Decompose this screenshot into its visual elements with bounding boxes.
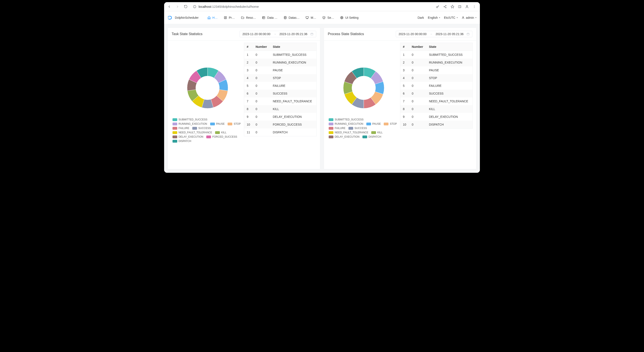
cell-state: NEED_FAULT_TOLERANCE — [270, 97, 316, 105]
legend-item[interactable]: FAILURE — [172, 127, 189, 130]
calendar-icon — [466, 33, 470, 36]
nav-item-monitor[interactable]: M… — [303, 15, 319, 21]
legend-item[interactable]: DELAY_EXECUTION — [329, 135, 360, 138]
device-frame: localhost:12345/dolphinscheduler/ui/home… — [162, 0, 482, 175]
table-row[interactable]: 70NEED_FAULT_TOLERANCE — [400, 97, 473, 105]
table-row[interactable]: 70NEED_FAULT_TOLERANCE — [244, 97, 316, 105]
legend-item[interactable]: NEED_FAULT_TOLERANCE — [329, 131, 368, 134]
table-row[interactable]: 90DELAY_EXECUTION — [244, 113, 316, 121]
legend-swatch — [228, 123, 232, 125]
share-icon[interactable] — [443, 5, 447, 9]
nav-item-folder[interactable]: Reso… — [238, 15, 259, 21]
legend-item[interactable]: SUBMITTED_SUCCESS — [329, 118, 364, 121]
legend-item[interactable]: RUNNING_EXECUTION — [329, 122, 363, 125]
table-row[interactable]: 40STOP — [400, 74, 473, 82]
table-row[interactable]: 80KILL — [400, 105, 473, 113]
logo[interactable]: DolphinScheduler — [168, 15, 199, 21]
legend-item[interactable]: DISPATCH — [172, 140, 191, 143]
svg-rect-32 — [311, 33, 313, 35]
svg-rect-36 — [467, 33, 469, 35]
nav-item-security[interactable]: Se… — [320, 15, 337, 21]
timezone-select[interactable]: Etc/UTC▾ — [444, 16, 458, 19]
legend-item[interactable]: SUCCESS — [348, 127, 367, 130]
table-row[interactable]: 30PAUSE — [244, 66, 316, 74]
table-row[interactable]: 30PAUSE — [400, 66, 473, 74]
site-info-icon[interactable] — [192, 5, 197, 9]
date-range-picker[interactable]: 2023-11-20 00:00:00 → 2023-11-20 05:21:3… — [240, 31, 316, 37]
table-row[interactable]: 100DISPATCH — [400, 121, 473, 129]
legend-label: PAUSE — [216, 122, 225, 125]
range-from: 2023-11-20 00:00:00 — [398, 32, 426, 36]
table-column: #NumberState 10SUBMITTED_SUCCESS20RUNNIN… — [244, 43, 316, 166]
legend-swatch — [206, 135, 211, 138]
chevron-down-icon: ▾ — [457, 16, 458, 19]
cell-state: SUBMITTED_SUCCESS — [270, 51, 316, 59]
legend-item[interactable]: RUNNING_EXECUTION — [172, 122, 207, 125]
cell-idx: 5 — [400, 82, 409, 90]
cell-idx: 10 — [244, 121, 253, 128]
language-select[interactable]: English▾ — [428, 16, 440, 19]
nav-item-home[interactable]: H… — [205, 15, 220, 21]
key-icon[interactable] — [436, 5, 440, 9]
table-row[interactable]: 50FAILURE — [400, 82, 473, 90]
table-row[interactable]: 20RUNNING_EXECUTION — [244, 59, 316, 66]
legend-item[interactable]: DISPATCH — [362, 135, 381, 138]
browser-reload-button[interactable] — [182, 4, 189, 10]
address-bar[interactable]: localhost:12345/dolphinscheduler/ui/home — [191, 5, 434, 9]
legend-item[interactable]: FAILURE — [329, 127, 346, 130]
user-icon — [462, 16, 464, 19]
cell-idx: 3 — [400, 66, 409, 74]
nav-item-project[interactable]: Pr… — [221, 15, 238, 21]
kebab-menu-icon[interactable] — [472, 5, 476, 9]
panel-icon[interactable] — [458, 5, 462, 9]
date-range-picker[interactable]: 2023-11-20 00:00:00 → 2023-11-20 05:21:3… — [396, 31, 472, 37]
nav-item-gear[interactable]: UI Setting — [338, 15, 361, 21]
legend-item[interactable]: KILL — [371, 131, 383, 134]
legend-item[interactable]: NEED_FAULT_TOLERANCE — [172, 131, 212, 134]
legend-item[interactable]: STOP — [384, 122, 397, 125]
svg-point-26 — [284, 16, 286, 17]
cell-state: PAUSE — [426, 66, 472, 74]
process-state-card: Process State Statistics 2023-11-20 00:0… — [324, 28, 476, 169]
legend-item[interactable]: FORCED_SUCCESS — [206, 135, 237, 138]
table-row[interactable]: 10SUBMITTED_SUCCESS — [244, 51, 316, 59]
browser-back-button[interactable] — [166, 4, 172, 10]
donut-chart — [186, 66, 229, 109]
legend-item[interactable]: KILL — [215, 131, 226, 134]
table-row[interactable]: 40STOP — [244, 74, 316, 82]
chart-legend: SUBMITTED_SUCCESSRUNNING_EXECUTIONPAUSES… — [171, 118, 244, 143]
table-row[interactable]: 110DISPATCH — [244, 128, 316, 136]
legend-item[interactable]: PAUSE — [366, 122, 381, 125]
theme-label: Dark — [418, 16, 424, 19]
cell-state: PAUSE — [270, 66, 316, 74]
svg-point-12 — [466, 6, 468, 7]
cell-state: STOP — [270, 74, 316, 82]
legend-item[interactable]: DELAY_EXECUTION — [172, 135, 203, 138]
cell-state: FAILURE — [270, 82, 316, 90]
profile-avatar-icon[interactable] — [465, 5, 469, 9]
user-menu[interactable]: admin▾ — [462, 16, 476, 19]
bookmark-star-icon[interactable] — [450, 5, 454, 9]
table-row[interactable]: 80KILL — [244, 105, 316, 113]
table-row[interactable]: 100FORCED_SUCCESS — [244, 121, 316, 128]
cell-number: 0 — [409, 82, 426, 90]
nav-item-datasource[interactable]: Datas… — [281, 15, 302, 21]
legend-item[interactable]: SUCCESS — [192, 127, 211, 130]
table-row[interactable]: 60SUCCESS — [400, 90, 473, 97]
datacenter-icon — [262, 16, 266, 19]
legend-item[interactable]: SUBMITTED_SUCCESS — [172, 118, 207, 121]
table-row[interactable]: 50FAILURE — [244, 82, 316, 90]
table-row[interactable]: 90DELAY_EXECUTION — [400, 113, 473, 121]
table-row[interactable]: 20RUNNING_EXECUTION — [400, 59, 473, 66]
cell-state: RUNNING_EXECUTION — [270, 59, 316, 66]
browser-forward-button[interactable] — [174, 4, 180, 10]
legend-item[interactable]: STOP — [228, 122, 240, 125]
theme-toggle[interactable]: Dark — [418, 16, 424, 19]
legend-swatch — [172, 123, 177, 125]
legend-item[interactable]: PAUSE — [210, 122, 225, 125]
product-name: DolphinScheduler — [175, 16, 199, 19]
table-row[interactable]: 60SUCCESS — [244, 90, 316, 97]
table-row[interactable]: 10SUBMITTED_SUCCESS — [400, 51, 473, 59]
nav-item-datacenter[interactable]: Data … — [260, 15, 280, 21]
url-text: localhost:12345/dolphinscheduler/ui/home — [198, 5, 259, 9]
